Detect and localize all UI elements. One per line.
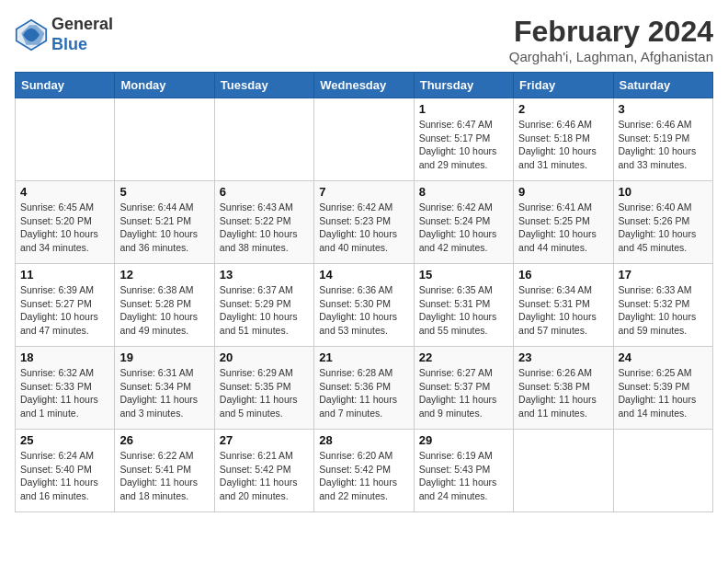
day-info: Sunrise: 6:42 AM Sunset: 5:24 PM Dayligh… [419, 201, 508, 255]
day-info: Sunrise: 6:39 AM Sunset: 5:27 PM Dayligh… [20, 283, 109, 338]
day-info: Sunrise: 6:27 AM Sunset: 5:37 PM Dayligh… [419, 366, 508, 420]
calendar-table: SundayMondayTuesdayWednesdayThursdayFrid… [15, 72, 713, 512]
day-info: Sunrise: 6:34 AM Sunset: 5:31 PM Dayligh… [518, 283, 608, 338]
day-cell: 15Sunrise: 6:35 AM Sunset: 5:31 PM Dayli… [414, 264, 513, 347]
calendar-title: February 2024 [509, 15, 713, 49]
column-header-thursday: Thursday [414, 73, 513, 98]
day-number: 2 [518, 102, 608, 116]
column-header-monday: Monday [115, 73, 214, 98]
day-cell: 14Sunrise: 6:36 AM Sunset: 5:30 PM Dayli… [314, 264, 414, 347]
logo-text: General Blue [51, 15, 113, 54]
column-header-sunday: Sunday [16, 73, 115, 98]
day-number: 9 [518, 185, 608, 199]
day-cell [214, 98, 313, 181]
day-cell: 10Sunrise: 6:40 AM Sunset: 5:26 PM Dayli… [613, 181, 712, 264]
day-cell: 9Sunrise: 6:41 AM Sunset: 5:25 PM Daylig… [514, 181, 613, 264]
day-number: 15 [419, 268, 508, 282]
week-row-2: 4Sunrise: 6:45 AM Sunset: 5:20 PM Daylig… [16, 181, 713, 264]
day-cell: 1Sunrise: 6:47 AM Sunset: 5:17 PM Daylig… [414, 98, 513, 181]
day-cell: 8Sunrise: 6:42 AM Sunset: 5:24 PM Daylig… [414, 181, 513, 264]
column-header-wednesday: Wednesday [314, 73, 414, 98]
day-number: 25 [20, 433, 109, 447]
logo: General Blue [15, 15, 113, 54]
day-number: 17 [619, 268, 708, 282]
week-row-4: 18Sunrise: 6:32 AM Sunset: 5:33 PM Dayli… [16, 347, 713, 430]
day-number: 27 [220, 433, 309, 447]
day-info: Sunrise: 6:40 AM Sunset: 5:26 PM Dayligh… [619, 201, 708, 255]
day-info: Sunrise: 6:45 AM Sunset: 5:20 PM Dayligh… [20, 201, 109, 255]
day-cell: 12Sunrise: 6:38 AM Sunset: 5:28 PM Dayli… [115, 264, 214, 347]
week-row-5: 25Sunrise: 6:24 AM Sunset: 5:40 PM Dayli… [16, 430, 713, 512]
day-info: Sunrise: 6:47 AM Sunset: 5:17 PM Dayligh… [419, 118, 508, 172]
column-header-saturday: Saturday [613, 73, 712, 98]
day-cell: 13Sunrise: 6:37 AM Sunset: 5:29 PM Dayli… [214, 264, 313, 347]
column-header-tuesday: Tuesday [214, 73, 313, 98]
day-info: Sunrise: 6:33 AM Sunset: 5:32 PM Dayligh… [619, 283, 708, 338]
day-info: Sunrise: 6:19 AM Sunset: 5:43 PM Dayligh… [419, 449, 508, 503]
day-cell: 17Sunrise: 6:33 AM Sunset: 5:32 PM Dayli… [613, 264, 712, 347]
day-number: 18 [20, 350, 109, 364]
day-number: 16 [518, 268, 608, 282]
day-cell: 23Sunrise: 6:26 AM Sunset: 5:38 PM Dayli… [514, 347, 613, 430]
day-number: 4 [20, 185, 109, 199]
day-info: Sunrise: 6:46 AM Sunset: 5:18 PM Dayligh… [518, 118, 608, 172]
day-cell [115, 98, 214, 181]
day-info: Sunrise: 6:43 AM Sunset: 5:22 PM Dayligh… [220, 201, 309, 255]
day-number: 14 [319, 268, 408, 282]
day-cell: 20Sunrise: 6:29 AM Sunset: 5:35 PM Dayli… [214, 347, 313, 430]
day-info: Sunrise: 6:35 AM Sunset: 5:31 PM Dayligh… [419, 283, 508, 338]
day-number: 1 [419, 102, 508, 116]
day-number: 19 [119, 350, 209, 364]
day-cell: 16Sunrise: 6:34 AM Sunset: 5:31 PM Dayli… [514, 264, 613, 347]
day-cell: 27Sunrise: 6:21 AM Sunset: 5:42 PM Dayli… [214, 430, 313, 512]
day-number: 7 [319, 185, 408, 199]
day-cell: 11Sunrise: 6:39 AM Sunset: 5:27 PM Dayli… [16, 264, 115, 347]
column-header-friday: Friday [514, 73, 613, 98]
week-row-3: 11Sunrise: 6:39 AM Sunset: 5:27 PM Dayli… [16, 264, 713, 347]
day-cell: 19Sunrise: 6:31 AM Sunset: 5:34 PM Dayli… [115, 347, 214, 430]
day-cell [314, 98, 414, 181]
day-info: Sunrise: 6:36 AM Sunset: 5:30 PM Dayligh… [319, 283, 408, 338]
day-info: Sunrise: 6:41 AM Sunset: 5:25 PM Dayligh… [518, 201, 608, 255]
day-number: 12 [119, 268, 209, 282]
day-number: 8 [419, 185, 508, 199]
day-cell: 7Sunrise: 6:42 AM Sunset: 5:23 PM Daylig… [314, 181, 414, 264]
logo-icon [15, 18, 48, 52]
day-cell: 24Sunrise: 6:25 AM Sunset: 5:39 PM Dayli… [613, 347, 712, 430]
day-cell [613, 430, 712, 512]
day-info: Sunrise: 6:28 AM Sunset: 5:36 PM Dayligh… [319, 366, 408, 420]
day-number: 3 [619, 102, 708, 116]
day-info: Sunrise: 6:31 AM Sunset: 5:34 PM Dayligh… [119, 366, 209, 420]
day-info: Sunrise: 6:42 AM Sunset: 5:23 PM Dayligh… [319, 201, 408, 255]
title-area: February 2024 Qarghah'i, Laghman, Afghan… [509, 15, 713, 64]
day-cell [16, 98, 115, 181]
day-cell: 26Sunrise: 6:22 AM Sunset: 5:41 PM Dayli… [115, 430, 214, 512]
day-cell: 25Sunrise: 6:24 AM Sunset: 5:40 PM Dayli… [16, 430, 115, 512]
day-cell [514, 430, 613, 512]
header: General Blue February 2024 Qarghah'i, La… [15, 15, 713, 64]
day-number: 29 [419, 433, 508, 447]
day-info: Sunrise: 6:24 AM Sunset: 5:40 PM Dayligh… [20, 449, 109, 503]
day-cell: 3Sunrise: 6:46 AM Sunset: 5:19 PM Daylig… [613, 98, 712, 181]
day-cell: 29Sunrise: 6:19 AM Sunset: 5:43 PM Dayli… [414, 430, 513, 512]
day-info: Sunrise: 6:22 AM Sunset: 5:41 PM Dayligh… [119, 449, 209, 503]
day-info: Sunrise: 6:26 AM Sunset: 5:38 PM Dayligh… [518, 366, 608, 420]
day-number: 23 [518, 350, 608, 364]
day-info: Sunrise: 6:25 AM Sunset: 5:39 PM Dayligh… [619, 366, 708, 420]
day-info: Sunrise: 6:46 AM Sunset: 5:19 PM Dayligh… [619, 118, 708, 172]
day-number: 5 [119, 185, 209, 199]
day-number: 28 [319, 433, 408, 447]
day-info: Sunrise: 6:20 AM Sunset: 5:42 PM Dayligh… [319, 449, 408, 503]
day-number: 20 [220, 350, 309, 364]
day-number: 6 [220, 185, 309, 199]
day-cell: 21Sunrise: 6:28 AM Sunset: 5:36 PM Dayli… [314, 347, 414, 430]
day-info: Sunrise: 6:29 AM Sunset: 5:35 PM Dayligh… [220, 366, 309, 420]
day-cell: 4Sunrise: 6:45 AM Sunset: 5:20 PM Daylig… [16, 181, 115, 264]
day-number: 10 [619, 185, 708, 199]
day-info: Sunrise: 6:37 AM Sunset: 5:29 PM Dayligh… [220, 283, 309, 338]
day-cell: 28Sunrise: 6:20 AM Sunset: 5:42 PM Dayli… [314, 430, 414, 512]
day-number: 13 [220, 268, 309, 282]
day-cell: 6Sunrise: 6:43 AM Sunset: 5:22 PM Daylig… [214, 181, 313, 264]
day-number: 11 [20, 268, 109, 282]
day-number: 24 [619, 350, 708, 364]
